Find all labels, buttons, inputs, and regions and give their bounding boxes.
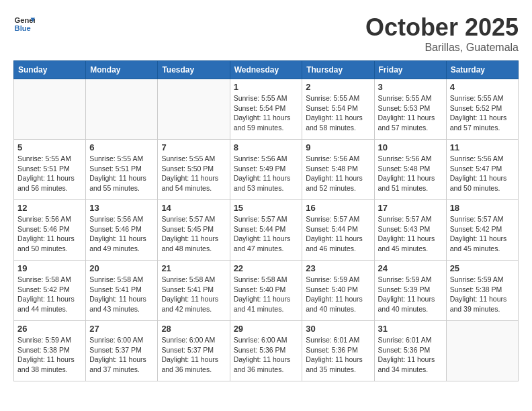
day-number: 16 (306, 203, 370, 213)
day-info: Sunrise: 5:55 AM Sunset: 5:51 PM Dayligh… (17, 154, 82, 193)
calendar-week-row: 26Sunrise: 5:59 AM Sunset: 5:38 PM Dayli… (14, 321, 519, 381)
svg-text:Blue: Blue (15, 24, 31, 32)
day-number: 15 (234, 203, 299, 213)
calendar-table: SundayMondayTuesdayWednesdayThursdayFrid… (13, 60, 519, 381)
calendar-day-cell: 23Sunrise: 5:59 AM Sunset: 5:40 PM Dayli… (302, 261, 374, 321)
calendar-week-row: 12Sunrise: 5:56 AM Sunset: 5:46 PM Dayli… (14, 200, 519, 261)
weekday-label: Friday (374, 61, 446, 79)
day-info: Sunrise: 5:58 AM Sunset: 5:41 PM Dayligh… (161, 275, 226, 314)
calendar-day-cell: 30Sunrise: 6:01 AM Sunset: 5:36 PM Dayli… (302, 321, 374, 381)
day-number: 8 (234, 142, 299, 152)
day-number: 23 (306, 263, 370, 273)
calendar-day-cell: 8Sunrise: 5:56 AM Sunset: 5:49 PM Daylig… (230, 140, 302, 200)
calendar-week-row: 19Sunrise: 5:58 AM Sunset: 5:42 PM Dayli… (14, 261, 519, 321)
calendar-day-cell: 5Sunrise: 5:55 AM Sunset: 5:51 PM Daylig… (14, 140, 86, 200)
day-info: Sunrise: 5:55 AM Sunset: 5:53 PM Dayligh… (378, 93, 443, 133)
day-number: 26 (17, 324, 82, 334)
day-number: 2 (306, 82, 370, 92)
title-block: October 2025 Barillas, Guatemala (365, 13, 519, 54)
svg-text:General: General (15, 16, 35, 24)
calendar-day-cell: 2Sunrise: 5:55 AM Sunset: 5:54 PM Daylig… (302, 79, 374, 140)
day-info: Sunrise: 5:59 AM Sunset: 5:40 PM Dayligh… (306, 275, 370, 314)
day-number: 1 (234, 82, 299, 92)
day-info: Sunrise: 5:57 AM Sunset: 5:44 PM Dayligh… (306, 214, 370, 254)
day-number: 12 (17, 203, 82, 213)
day-number: 28 (161, 324, 226, 334)
weekday-label: Saturday (446, 61, 518, 79)
calendar-day-cell: 7Sunrise: 5:55 AM Sunset: 5:50 PM Daylig… (158, 140, 230, 200)
calendar-day-cell (14, 79, 86, 140)
day-info: Sunrise: 5:57 AM Sunset: 5:43 PM Dayligh… (378, 214, 443, 254)
day-info: Sunrise: 5:55 AM Sunset: 5:52 PM Dayligh… (450, 93, 515, 133)
calendar-day-cell (158, 79, 230, 140)
calendar-day-cell: 13Sunrise: 5:56 AM Sunset: 5:46 PM Dayli… (86, 200, 158, 261)
day-number: 30 (306, 324, 370, 334)
calendar-day-cell: 22Sunrise: 5:58 AM Sunset: 5:40 PM Dayli… (230, 261, 302, 321)
day-number: 5 (17, 142, 82, 152)
day-number: 20 (89, 263, 154, 273)
calendar-day-cell: 31Sunrise: 6:01 AM Sunset: 5:36 PM Dayli… (374, 321, 446, 381)
day-number: 27 (89, 324, 154, 334)
calendar-day-cell: 21Sunrise: 5:58 AM Sunset: 5:41 PM Dayli… (158, 261, 230, 321)
day-number: 4 (450, 82, 515, 92)
day-number: 24 (378, 263, 443, 273)
calendar-day-cell: 20Sunrise: 5:58 AM Sunset: 5:41 PM Dayli… (86, 261, 158, 321)
day-info: Sunrise: 5:56 AM Sunset: 5:47 PM Dayligh… (450, 154, 515, 193)
calendar-day-cell: 17Sunrise: 5:57 AM Sunset: 5:43 PM Dayli… (374, 200, 446, 261)
day-number: 7 (161, 142, 226, 152)
calendar-day-cell: 3Sunrise: 5:55 AM Sunset: 5:53 PM Daylig… (374, 79, 446, 140)
calendar-week-row: 1Sunrise: 5:55 AM Sunset: 5:54 PM Daylig… (14, 79, 519, 140)
calendar-day-cell: 11Sunrise: 5:56 AM Sunset: 5:47 PM Dayli… (446, 140, 518, 200)
day-number: 11 (450, 142, 515, 152)
calendar-day-cell: 19Sunrise: 5:58 AM Sunset: 5:42 PM Dayli… (14, 261, 86, 321)
day-info: Sunrise: 5:55 AM Sunset: 5:50 PM Dayligh… (161, 154, 226, 193)
calendar-day-cell (86, 79, 158, 140)
calendar-day-cell: 10Sunrise: 5:56 AM Sunset: 5:48 PM Dayli… (374, 140, 446, 200)
calendar-day-cell: 12Sunrise: 5:56 AM Sunset: 5:46 PM Dayli… (14, 200, 86, 261)
day-info: Sunrise: 5:58 AM Sunset: 5:41 PM Dayligh… (89, 275, 154, 314)
day-number: 25 (450, 263, 515, 273)
day-info: Sunrise: 5:56 AM Sunset: 5:46 PM Dayligh… (89, 214, 154, 254)
day-info: Sunrise: 5:55 AM Sunset: 5:51 PM Dayligh… (89, 154, 154, 193)
calendar-day-cell: 29Sunrise: 6:00 AM Sunset: 5:36 PM Dayli… (230, 321, 302, 381)
day-info: Sunrise: 5:59 AM Sunset: 5:39 PM Dayligh… (378, 275, 443, 314)
day-number: 13 (89, 203, 154, 213)
page-header: General Blue October 2025 Barillas, Guat… (13, 13, 519, 54)
day-number: 21 (161, 263, 226, 273)
calendar-day-cell: 27Sunrise: 6:00 AM Sunset: 5:37 PM Dayli… (86, 321, 158, 381)
day-number: 10 (378, 142, 443, 152)
calendar-day-cell: 28Sunrise: 6:00 AM Sunset: 5:37 PM Dayli… (158, 321, 230, 381)
day-number: 22 (234, 263, 299, 273)
calendar-body: 1Sunrise: 5:55 AM Sunset: 5:54 PM Daylig… (14, 79, 519, 381)
day-number: 9 (306, 142, 370, 152)
calendar-day-cell: 9Sunrise: 5:56 AM Sunset: 5:48 PM Daylig… (302, 140, 374, 200)
day-number: 29 (234, 324, 299, 334)
day-number: 18 (450, 203, 515, 213)
day-info: Sunrise: 5:55 AM Sunset: 5:54 PM Dayligh… (306, 93, 370, 133)
calendar-day-cell: 16Sunrise: 5:57 AM Sunset: 5:44 PM Dayli… (302, 200, 374, 261)
day-number: 3 (378, 82, 443, 92)
day-info: Sunrise: 5:58 AM Sunset: 5:42 PM Dayligh… (17, 275, 82, 314)
calendar-week-row: 5Sunrise: 5:55 AM Sunset: 5:51 PM Daylig… (14, 140, 519, 200)
logo: General Blue (13, 13, 35, 35)
day-info: Sunrise: 5:58 AM Sunset: 5:40 PM Dayligh… (234, 275, 299, 314)
calendar-day-cell: 24Sunrise: 5:59 AM Sunset: 5:39 PM Dayli… (374, 261, 446, 321)
day-info: Sunrise: 5:57 AM Sunset: 5:45 PM Dayligh… (161, 214, 226, 254)
day-info: Sunrise: 5:56 AM Sunset: 5:48 PM Dayligh… (378, 154, 443, 193)
weekday-label: Sunday (14, 61, 86, 79)
weekday-label: Monday (86, 61, 158, 79)
day-info: Sunrise: 6:01 AM Sunset: 5:36 PM Dayligh… (378, 335, 443, 375)
weekday-label: Thursday (302, 61, 374, 79)
day-info: Sunrise: 5:56 AM Sunset: 5:48 PM Dayligh… (306, 154, 370, 193)
calendar-day-cell (446, 321, 518, 381)
day-number: 14 (161, 203, 226, 213)
weekday-header-row: SundayMondayTuesdayWednesdayThursdayFrid… (14, 61, 519, 79)
weekday-label: Wednesday (230, 61, 302, 79)
calendar-day-cell: 15Sunrise: 5:57 AM Sunset: 5:44 PM Dayli… (230, 200, 302, 261)
calendar-day-cell: 6Sunrise: 5:55 AM Sunset: 5:51 PM Daylig… (86, 140, 158, 200)
day-number: 19 (17, 263, 82, 273)
month-title: October 2025 (365, 13, 519, 42)
logo-icon: General Blue (13, 13, 35, 35)
location: Barillas, Guatemala (365, 42, 519, 54)
day-info: Sunrise: 5:57 AM Sunset: 5:44 PM Dayligh… (234, 214, 299, 254)
